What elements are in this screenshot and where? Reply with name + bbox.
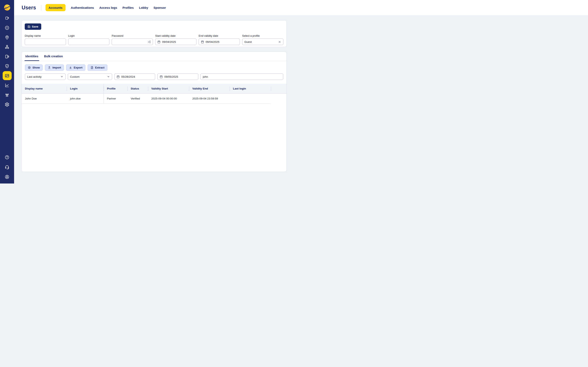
tab-bulk-creation[interactable]: Bulk creation — [44, 52, 63, 61]
sidebar-item-support[interactable] — [3, 162, 12, 171]
table-filters: Last activity Custom 05/26/2024 09/05/20… — [22, 71, 286, 80]
start-validity-label: Start validity date — [155, 34, 196, 37]
search-field — [200, 73, 283, 80]
line-chart-icon — [5, 83, 9, 88]
activity-select[interactable]: Last activity — [25, 73, 66, 80]
col-profile[interactable]: Profile — [104, 84, 127, 93]
start-validity-date-picker[interactable]: 09/04/2025 — [155, 39, 196, 45]
activity-select-value: Last activity — [27, 75, 59, 78]
filter-start-date-picker[interactable]: 05/26/2024 — [114, 73, 155, 80]
extract-button[interactable]: Extract — [87, 64, 107, 71]
sidebar-item-groups[interactable] — [3, 90, 12, 99]
top-bar: Users Accounts Authentications Access lo… — [14, 0, 294, 15]
sidebar-item-analytics[interactable] — [3, 81, 12, 90]
sidebar-item-help[interactable] — [3, 153, 12, 162]
filter-start-date-value: 05/26/2024 — [121, 75, 153, 78]
col-validity-end[interactable]: Validity End — [189, 84, 230, 93]
upload-icon — [48, 66, 51, 69]
col-status[interactable]: Status — [127, 84, 148, 93]
profile-select[interactable]: Guest — [242, 39, 283, 45]
users-group-icon — [5, 92, 9, 97]
login-label: Login — [68, 34, 109, 37]
table-row[interactable]: John Doe john.doe Partner Verified 2025-… — [22, 94, 286, 104]
login-input[interactable] — [70, 39, 107, 45]
sidebar-item-hierarchy[interactable] — [3, 42, 12, 51]
tab-authentications[interactable]: Authentications — [71, 4, 94, 11]
extract-label: Extract — [95, 66, 104, 69]
profile-value: Guest — [244, 40, 277, 43]
import-button[interactable]: Import — [45, 64, 64, 71]
id-card-icon — [5, 73, 9, 78]
main-content: Save Display name Login Password — [14, 15, 294, 184]
identities-tabs: Identities Bulk creation — [22, 52, 286, 61]
field-password: Password — [112, 34, 153, 45]
save-button[interactable]: Save — [25, 24, 41, 30]
field-display-name: Display name — [25, 34, 66, 45]
sidebar-item-users[interactable] — [3, 71, 12, 80]
cell-profile: Partner — [104, 94, 127, 104]
tab-sponsor[interactable]: Sponsor — [154, 4, 166, 11]
cell-validity-end: 2025-09-04 23:59:59 — [189, 94, 230, 104]
show-label: Show — [33, 66, 40, 69]
save-icon — [27, 25, 30, 28]
gauge-icon — [5, 25, 9, 30]
sidebar-item-mug[interactable] — [3, 14, 12, 23]
col-display-name[interactable]: Display name — [22, 84, 67, 93]
eye-icon — [28, 66, 31, 69]
sidebar-item-dashboard[interactable] — [3, 23, 12, 32]
tab-accounts[interactable]: Accounts — [45, 4, 66, 11]
gear-icon — [5, 102, 9, 107]
sidebar-item-security[interactable] — [3, 62, 12, 71]
sidebar-item-settings[interactable] — [3, 100, 12, 109]
sidebar-item-account[interactable] — [3, 172, 12, 181]
export-label: Export — [74, 66, 82, 69]
filter-end-date-picker[interactable]: 09/05/2025 — [157, 73, 198, 80]
field-profile: Select a profile Guest — [242, 34, 283, 45]
calendar-icon — [117, 75, 120, 78]
import-label: Import — [52, 66, 61, 69]
password-label: Password — [112, 34, 153, 37]
user-circle-icon — [5, 175, 9, 179]
password-input[interactable] — [114, 39, 146, 45]
table-header: Display name Login Profile Status Validi… — [22, 84, 286, 94]
display-name-label: Display name — [25, 34, 66, 37]
clear-icon[interactable] — [278, 40, 281, 43]
show-button[interactable]: Show — [25, 64, 43, 71]
tab-lobby[interactable]: Lobby — [139, 4, 148, 11]
tab-profiles[interactable]: Profiles — [122, 4, 134, 11]
cell-last-login — [230, 94, 271, 104]
tab-access-logs[interactable]: Access logs — [99, 4, 117, 11]
sidebar-bottom — [3, 153, 12, 181]
sidebar-item-portal[interactable] — [3, 52, 12, 61]
col-validity-start[interactable]: Validity Start — [148, 84, 189, 93]
start-validity-value: 09/04/2025 — [162, 40, 194, 43]
display-name-input[interactable] — [27, 39, 64, 45]
brand-logo[interactable] — [3, 4, 11, 11]
table-actions: Show Import Export Extract — [22, 61, 286, 71]
profile-label: Select a profile — [242, 34, 283, 37]
panels-icon — [5, 54, 9, 59]
account-fields: Display name Login Password — [25, 34, 283, 45]
shuffle-icon[interactable] — [148, 40, 151, 43]
title-divider — [41, 5, 41, 10]
search-input[interactable] — [203, 74, 281, 80]
identities-card: Identities Bulk creation Show Import — [21, 52, 287, 172]
help-circle-icon — [5, 155, 9, 160]
col-last-login[interactable]: Last login — [230, 84, 271, 93]
file-download-icon — [90, 66, 94, 69]
save-label: Save — [32, 25, 38, 28]
calendar-icon — [157, 40, 160, 43]
account-form-card: Save Display name Login Password — [21, 20, 287, 47]
sidebar-item-locations[interactable] — [3, 33, 12, 42]
field-start-validity: Start validity date 09/04/2025 — [155, 34, 196, 45]
col-login[interactable]: Login — [67, 84, 104, 93]
export-button[interactable]: Export — [66, 64, 85, 71]
end-validity-date-picker[interactable]: 09/04/2025 — [199, 39, 240, 45]
field-login: Login — [68, 34, 109, 45]
sidebar-nav — [3, 14, 12, 109]
sitemap-icon — [5, 45, 9, 49]
calendar-icon — [201, 40, 204, 43]
cell-spacer — [271, 94, 286, 104]
tab-identities[interactable]: Identities — [25, 52, 39, 61]
range-select[interactable]: Custom — [68, 73, 112, 80]
